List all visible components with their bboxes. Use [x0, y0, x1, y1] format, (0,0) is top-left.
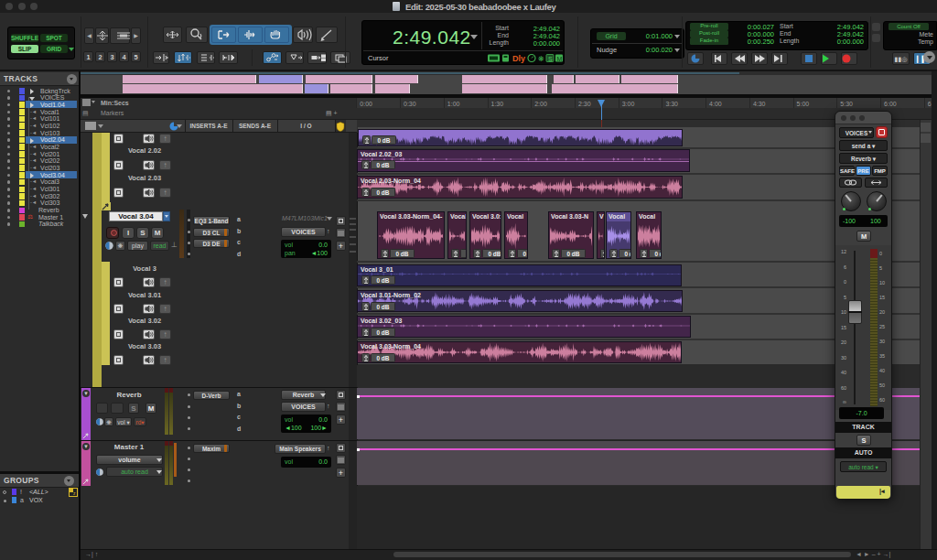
- svg-text:❋: ❋: [538, 55, 544, 63]
- svg-text:Dly: Dly: [512, 54, 525, 63]
- svg-text:M: M: [557, 56, 563, 62]
- svg-text:S: S: [548, 56, 553, 62]
